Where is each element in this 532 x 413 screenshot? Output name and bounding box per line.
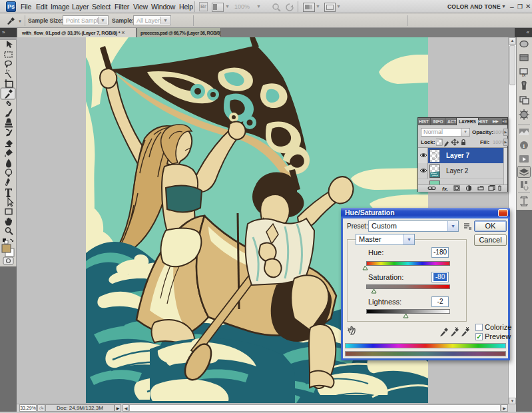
svg-text:fx.: fx. <box>442 186 448 191</box>
svg-text:fx: fx <box>522 73 526 77</box>
